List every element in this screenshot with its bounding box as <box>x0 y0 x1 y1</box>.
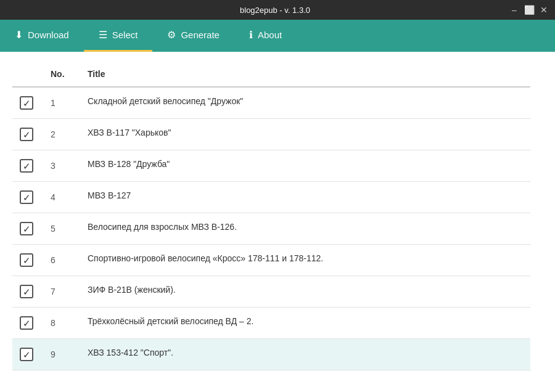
row-checkbox-3[interactable]: ✓ <box>20 159 33 173</box>
row-number: 9 <box>43 339 80 370</box>
window-title: blog2epub - v. 1.3.0 <box>42 6 508 15</box>
row-title: Трёхколёсный детский велосипед ВД – 2. <box>80 308 530 339</box>
row-title: Спортивно-игровой велосипед «Кросс» 178-… <box>80 245 530 276</box>
row-title: Велосипед для взрослых МВЗ В-126. <box>80 213 530 245</box>
row-number: 1 <box>43 87 80 119</box>
check-mark: ✓ <box>23 350 31 359</box>
table-row: ✓8Трёхколёсный детский велосипед ВД – 2. <box>12 308 530 339</box>
row-number: 3 <box>43 150 80 182</box>
row-title: ЗИФ В-21В (женский). <box>80 276 530 308</box>
download-icon: ⬇ <box>15 29 23 41</box>
about-label: About <box>258 30 282 40</box>
toolbar-item-about[interactable]: ℹAbout <box>234 20 297 52</box>
table-row: ✓6Спортивно-игровой велосипед «Кросс» 17… <box>12 245 530 276</box>
check-mark: ✓ <box>23 256 31 265</box>
row-title: МВЗ В-128 "Дружба" <box>80 150 530 182</box>
table-row: ✓5Велосипед для взрослых МВЗ В-126. <box>12 213 530 245</box>
check-mark: ✓ <box>23 161 31 171</box>
row-checkbox-6[interactable]: ✓ <box>20 253 33 267</box>
row-number: 8 <box>43 308 80 339</box>
row-number: 6 <box>43 245 80 276</box>
row-number: 4 <box>43 182 80 213</box>
select-icon: ☰ <box>99 29 107 41</box>
row-checkbox-2[interactable]: ✓ <box>20 128 33 141</box>
check-mark: ✓ <box>23 224 31 234</box>
table-row: ✓2ХВЗ В-117 "Харьков" <box>12 119 530 150</box>
title-header: Title <box>80 64 530 87</box>
close-button[interactable]: ✕ <box>538 4 550 16</box>
row-title: ХВЗ В-117 "Харьков" <box>80 119 530 150</box>
items-table: No. Title ✓1Складной детский велосипед "… <box>12 64 530 370</box>
check-mark: ✓ <box>23 287 31 296</box>
row-checkbox-7[interactable]: ✓ <box>20 285 33 298</box>
table-row: ✓7ЗИФ В-21В (женский). <box>12 276 530 308</box>
checkbox-cell: ✓ <box>12 213 43 245</box>
main-content: No. Title ✓1Складной детский велосипед "… <box>0 52 555 392</box>
table-container: No. Title ✓1Складной детский велосипед "… <box>0 52 555 392</box>
checkbox-cell: ✓ <box>12 245 43 276</box>
maximize-button[interactable]: ⬜ <box>523 4 535 16</box>
download-label: Download <box>28 30 69 40</box>
minimize-button[interactable]: – <box>508 4 520 16</box>
about-icon: ℹ <box>249 29 253 41</box>
row-number: 7 <box>43 276 80 308</box>
checkbox-cell: ✓ <box>12 276 43 308</box>
check-mark: ✓ <box>23 130 31 139</box>
row-title: Складной детский велосипед "Дружок" <box>80 87 530 119</box>
checkbox-cell: ✓ <box>12 339 43 370</box>
checkbox-cell: ✓ <box>12 119 43 150</box>
table-row: ✓9ХВЗ 153-412 "Спорт". <box>12 339 530 370</box>
row-checkbox-8[interactable]: ✓ <box>20 316 33 330</box>
row-checkbox-5[interactable]: ✓ <box>20 222 33 235</box>
checkbox-cell: ✓ <box>12 182 43 213</box>
check-mark: ✓ <box>23 319 31 328</box>
row-checkbox-1[interactable]: ✓ <box>20 96 33 110</box>
table-header-row: No. Title <box>12 64 530 87</box>
checkbox-cell: ✓ <box>12 308 43 339</box>
checkbox-header <box>12 64 43 87</box>
row-title: ХВЗ 153-412 "Спорт". <box>80 339 530 370</box>
check-mark: ✓ <box>23 99 31 108</box>
toolbar: ⬇Download☰Select⚙GenerateℹAbout <box>0 20 555 52</box>
check-mark: ✓ <box>23 193 31 202</box>
select-label: Select <box>112 30 138 40</box>
row-number: 2 <box>43 119 80 150</box>
toolbar-item-download[interactable]: ⬇Download <box>0 20 84 52</box>
title-bar: blog2epub - v. 1.3.0 – ⬜ ✕ <box>0 0 555 20</box>
checkbox-cell: ✓ <box>12 150 43 182</box>
row-number: 5 <box>43 213 80 245</box>
table-row: ✓1Складной детский велосипед "Дружок" <box>12 87 530 119</box>
row-checkbox-9[interactable]: ✓ <box>20 348 33 361</box>
window-controls: – ⬜ ✕ <box>508 4 550 16</box>
table-row: ✓4МВЗ В-127 <box>12 182 530 213</box>
generate-label: Generate <box>181 30 220 40</box>
row-checkbox-4[interactable]: ✓ <box>20 190 33 204</box>
row-title: МВЗ В-127 <box>80 182 530 213</box>
generate-icon: ⚙ <box>167 29 176 41</box>
table-row: ✓3МВЗ В-128 "Дружба" <box>12 150 530 182</box>
toolbar-item-generate[interactable]: ⚙Generate <box>152 20 234 52</box>
toolbar-item-select[interactable]: ☰Select <box>84 20 153 52</box>
checkbox-cell: ✓ <box>12 87 43 119</box>
no-header: No. <box>43 64 80 87</box>
